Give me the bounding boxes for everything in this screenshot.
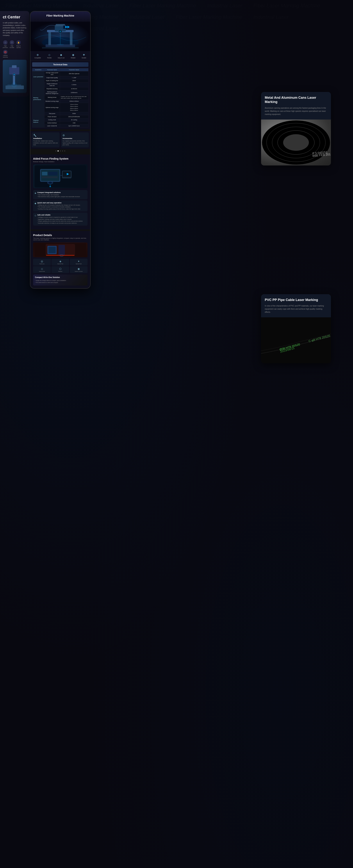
aluminum-card-content: Metal And Aluminum Cans Laser Marking Al… — [261, 92, 331, 120]
table-row: Physical features Power demand 220V±10%/… — [32, 115, 89, 118]
pvc-card-image: Ø38 H78 20S20 2023/08/15 C-φ8 H78 20S20 — [261, 317, 331, 363]
component-radiator: ⬡ Radiator — [52, 266, 69, 273]
technical-data-section: Technical Data Model/Item Parameter Name… — [30, 61, 90, 129]
phone-mockup-container: Fiber Marking Machine — [30, 11, 91, 289]
interior-console-label: Interior Console — [71, 271, 87, 272]
optical-path-3-icon: ◇ — [34, 267, 50, 270]
product-image — [33, 243, 88, 257]
feat-durable: ❖ Durable — [82, 53, 86, 59]
svg-point-5 — [13, 74, 15, 75]
easy-use-label: Easy to use — [58, 57, 65, 59]
app-card-pvc: PVC PP Pipe Cable Laser Marking In view … — [261, 294, 331, 363]
aluminum-card-desc: Aluminium canning operations are among t… — [265, 106, 327, 116]
component-grid: ◎ Field Lens ◈ Optical Path ✦ Optical Pa… — [33, 259, 88, 273]
compatible-label: Compatible — [34, 57, 41, 59]
group-physical: Physical features — [32, 115, 44, 127]
feat-easy-to-use: ◆ Easy to use — [58, 53, 65, 59]
compact-solution-title: Compact integrated solutions — [37, 192, 80, 193]
warranty-label: Lifetimewarranty — [3, 55, 8, 58]
feature-easy: ✋ Easy tooperate — [16, 40, 21, 49]
durable2-icon: ❖ — [82, 53, 86, 57]
flexible-label: Flexible — [47, 57, 52, 59]
left-panel-title: ct Center — [3, 15, 27, 20]
group-laser: Laser parameter — [32, 71, 44, 82]
feat-flexible: ◇ Flexible — [47, 53, 52, 59]
pipe-visual: Ø38 H78 20S20 2023/08/15 C-φ8 H78 20S20 — [261, 317, 331, 363]
safe-icon: ◇ — [35, 214, 36, 217]
feature-icons-row: ⬡ Highprecision 🛡 HighDurable ✋ Easy too… — [3, 40, 27, 58]
component-optical-path-1: ◈ Optical Path — [52, 259, 69, 266]
left-panel: ct Center rs with product codes, anti-co… — [0, 11, 29, 96]
left-machine-image — [3, 60, 27, 93]
accessories-icon: ⚙ — [63, 134, 87, 137]
table-row: Laser parameter Average output power lev… — [32, 71, 89, 76]
svg-rect-51 — [261, 317, 331, 363]
col-param-value: Parameter Values — [60, 68, 89, 71]
aluminum-card-image: P 5 043151 BBE FEB 201 — [261, 120, 331, 165]
pipe-svg: Ø38 H78 20S20 2023/08/15 C-φ8 H78 20S20 — [261, 317, 331, 363]
aided-focus-svg: ▶ — [35, 165, 86, 187]
installation-title: Installation — [33, 137, 58, 140]
fiber-machine-visual: ▶▶ — [30, 22, 90, 51]
durable2-label: Durable — [82, 57, 86, 59]
solution-quick: ◆ Quick start and easy operation * Setti… — [33, 200, 88, 212]
compact-all-in-one-text: * Single-box design allows for simple, q… — [35, 279, 86, 283]
compatible-icon: ⊕ — [36, 53, 39, 57]
fiber-machine-title: Fiber Marking Machine — [33, 14, 88, 17]
accessories-title: Accessories — [63, 137, 87, 140]
optical-path-3-label: Optical Path — [34, 271, 50, 272]
pvc-card-title: PVC PP Pipe Cable Laser Marking — [265, 298, 327, 302]
warranty-icon: ⭕ — [3, 50, 7, 54]
reliable-label: Reliable — [71, 57, 75, 59]
compact-all-in-one-title: Compact All-In-One Solution — [35, 276, 86, 278]
fiber-machine-header: Fiber Marking Machine — [30, 11, 90, 22]
quick-solution-text: * Setting can be in 20 minutes,Productio… — [37, 204, 81, 210]
solution-compact: ◈ Compact integrated solutions * New mod… — [33, 190, 88, 199]
install-accessories-section: 🔧 Installation Provide fast, reliable la… — [30, 131, 90, 149]
technical-data-title: Technical Data — [32, 62, 89, 67]
reliable-icon: ◉ — [71, 53, 75, 57]
dot-2 — [58, 150, 59, 152]
solution-safe-content: Safe and reliable * Intelligent current … — [37, 214, 83, 224]
dot-4 — [62, 150, 63, 152]
field-lens-icon: ◎ — [34, 260, 50, 263]
radiator-icon: ⬡ — [52, 267, 68, 270]
compact-all-in-one-box: Compact All-In-One Solution * Single-box… — [33, 275, 88, 285]
component-field-lens: ◎ Field Lens — [33, 259, 51, 266]
svg-rect-27 — [42, 172, 47, 176]
feature-warranty: ⭕ Lifetimewarranty — [3, 50, 8, 58]
dot-5 — [64, 150, 65, 152]
app-card-aluminum: Metal And Aluminum Cans Laser Marking Al… — [261, 92, 331, 165]
svg-rect-29 — [42, 176, 58, 178]
easy-label: Easy tooperate — [17, 45, 21, 49]
fiber-machine-section: Fiber Marking Machine — [30, 11, 90, 61]
optical-path-1-icon: ◈ — [52, 260, 68, 263]
product-details-section: Product Details This laser marking syste… — [30, 231, 90, 288]
compact-solution-text: * New modular design, fast installation*… — [37, 194, 80, 198]
feature-precision: ⬡ Highprecision — [3, 40, 8, 49]
svg-rect-43 — [46, 255, 74, 255]
interior-console-icon: ◉ — [71, 267, 87, 270]
fiber-feature-row: ⊕ Compatible ◇ Flexible ◆ Easy to use ◉ … — [30, 51, 90, 61]
solution-safe: ◇ Safe and reliable * Intelligent curren… — [33, 213, 88, 226]
product-details-description: This laser marking system is highly inte… — [33, 237, 88, 241]
group-marking: Marking performance — [32, 82, 44, 115]
field-lens-label: Field Lens — [34, 263, 50, 265]
component-interior-console: ◉ Interior Console — [70, 266, 88, 273]
phone-mockup: Fiber Marking Machine — [30, 11, 91, 289]
safe-solution-text: * Intelligent current control is require… — [37, 216, 83, 224]
precision-icon: ⬡ — [3, 40, 7, 45]
quick-icon: ◆ — [35, 202, 36, 205]
svg-point-8 — [11, 82, 17, 88]
col-model: Model/Item — [32, 68, 44, 71]
right-panel-applications: Metal And Aluminum Cans Laser Marking Al… — [261, 92, 331, 371]
aided-focus-title: Aided Focus Finding System — [33, 157, 88, 160]
installation-text: Provide fast, reliable laser marking ins… — [33, 140, 58, 146]
product-detail-svg — [35, 243, 86, 257]
svg-text:▶: ▶ — [67, 172, 69, 176]
svg-point-35 — [50, 186, 51, 187]
accessories-text: Our original accessories and bits of the… — [63, 140, 87, 146]
aided-focus-subtitle: Modular Design, Fast Installation — [33, 161, 88, 162]
table-row: Marking performance Height of Minimum ma… — [32, 82, 89, 87]
optical-path-1-label: Optical Path — [52, 263, 68, 265]
